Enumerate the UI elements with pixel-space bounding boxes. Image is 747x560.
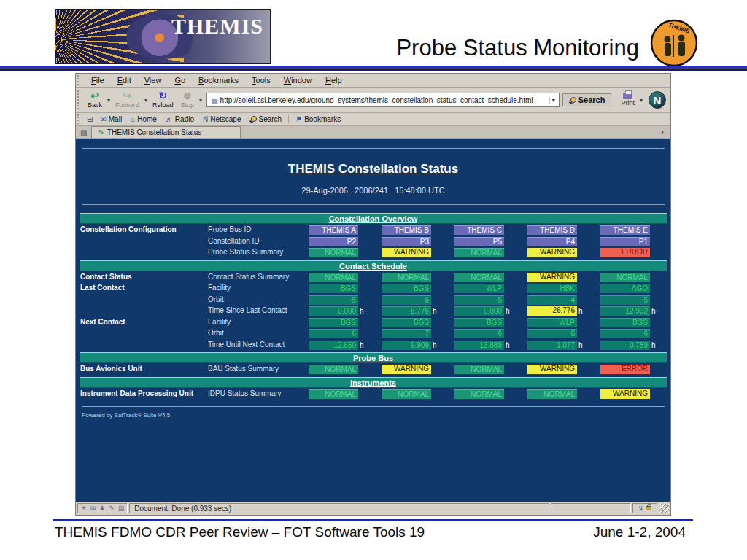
addressbook-component-icon[interactable]: ▤ [118,505,125,512]
unit-suffix: h [651,307,656,315]
forward-button[interactable]: ↪ Forward [112,90,143,109]
toolbar-item-bookmarks[interactable]: ⚑Bookmarks [291,115,345,123]
status-cell: P4 [527,237,577,246]
toolbar-item-search[interactable]: Search [245,115,286,123]
back-button[interactable]: ↩ Back [84,90,106,109]
probe-cell-column: 6 [309,329,382,338]
toolbar-item-mail[interactable]: ✉Mail [96,115,126,123]
status-cell: ERROR [600,248,650,257]
probe-cell-column: 6.776h [382,306,454,316]
section-header-link[interactable]: Instruments [80,377,667,388]
stop-button[interactable]: ⊗ Stop [177,90,198,109]
navigator-component-icon[interactable]: ✳ [81,505,87,512]
security-lock-icon[interactable] [646,506,651,510]
toolbar-item-home[interactable]: ⌂Home [126,115,161,123]
status-cell: WLP [454,284,504,293]
url-bar: ▤ ▾ [206,93,560,107]
table-row: Contact StatusContact Status SummaryNORM… [76,272,670,284]
online-plug-icon[interactable]: ↯ [638,505,644,512]
section-header-link[interactable]: Probe Bus [80,352,667,363]
composer-component-icon[interactable]: ✎ [109,505,115,512]
status-cell: 9.909 [382,341,431,350]
close-tab-icon[interactable]: × [654,128,670,136]
status-cell: HBK [527,284,577,293]
toolbar-item-radio[interactable]: ♬Radio [161,115,198,123]
section-header-link[interactable]: Constellation Overview [80,213,667,224]
menu-window[interactable]: Window [278,74,318,86]
back-label: Back [88,101,102,109]
probe-cell-column: P3 [382,237,454,246]
forward-icon: ↪ [123,90,132,101]
print-dropdown-caret[interactable]: ▾ [640,97,643,104]
print-button[interactable]: Print [617,93,638,107]
probe-cell-column: NORMAL [527,389,600,399]
row-label: IDPU Status Summary [208,389,282,397]
probe-cell-column: 6 [454,329,527,338]
status-cell: P2 [309,237,358,246]
status-cell: WARNING [382,365,431,374]
status-security-area: ↯ [632,503,657,513]
probe-cell-column: WARNING [600,389,670,399]
probe-cell-column: ERROR [600,248,670,257]
window-icon[interactable]: ⊞ [84,115,96,123]
menu-edit[interactable]: Edit [112,74,137,86]
probe-cell-column: P2 [309,237,382,246]
toolbar-item-netscape[interactable]: NNetscape [198,115,245,123]
mail-icon: ✉ [100,115,106,123]
menu-tools[interactable]: Tools [246,74,276,86]
table-row: Orbit67666 [76,328,670,340]
menu-help[interactable]: Help [320,74,348,86]
mail-component-icon[interactable]: ✉ [90,505,96,512]
toolbar-grip[interactable] [77,114,81,124]
new-tab-icon[interactable]: ▤ [76,128,91,136]
back-dropdown-caret[interactable]: ▾ [107,97,110,104]
probe-cell-column: NORMAL [309,365,382,374]
table-row: Constellation ConfigurationProbe Bus IDT… [76,225,670,236]
reload-button[interactable]: ↻ Reload [149,90,177,109]
footer-date-text: June 1-2, 2004 [593,524,686,540]
stop-dropdown-caret[interactable]: ▾ [199,97,202,104]
status-cell: NORMAL [382,389,431,399]
table-row: Constellation IDP2P3P5P4P1 [76,236,670,248]
unit-suffix: h [506,307,510,315]
status-cell: ERROR [600,365,650,374]
status-cell: BGS [309,318,358,327]
tab-themis-constellation-status[interactable]: ✎ THEMIS Constellation Status [91,126,241,138]
status-cell: 5 [309,295,358,305]
menu-view[interactable]: View [139,74,168,86]
menu-file[interactable]: File [85,74,110,86]
content-divider [82,204,665,205]
netscape-logo-icon[interactable]: N [649,91,666,109]
page-proxy-icon[interactable]: ▤ [211,96,217,104]
status-cell: WARNING [600,389,650,399]
status-cell: 6.776 [382,306,431,316]
menu-go[interactable]: Go [169,74,191,86]
menu-bookmarks[interactable]: Bookmarks [193,74,244,86]
status-cell: WARNING [527,248,577,257]
probe-cell-column: BGS [600,318,670,327]
forward-dropdown-caret[interactable]: ▾ [144,97,147,104]
toolbar-item-label: Radio [175,115,194,123]
status-cell: THEMIS D [527,225,577,235]
status-cell: NORMAL [309,273,358,282]
probe-cell-column: 12.992h [600,306,670,316]
status-cell: 12.992 [600,306,650,316]
window-resize-grip[interactable] [660,504,669,513]
section-header-link[interactable]: Contact Schedule [80,260,667,271]
personal-toolbar: ⊞ ✉Mail⌂Home♬RadioNNetscapeSearch⚑Bookma… [76,113,670,126]
row-group-label: Next Contact [80,318,125,326]
probe-cell-column: 0.000h [309,306,382,316]
back-icon: ↩ [90,90,99,101]
url-input[interactable] [220,96,549,104]
search-button[interactable]: Search [562,93,612,106]
status-cell: THEMIS E [600,225,650,235]
url-history-dropdown[interactable]: ▾ [549,97,557,104]
toolbar-grip[interactable] [77,90,81,110]
probe-cell-column: WLP [527,318,600,327]
menu-bar: FileEditViewGoBookmarksToolsWindowHelp [76,74,670,88]
instant-messenger-component-icon[interactable]: ♟ [99,505,105,512]
powered-by-text: Powered by SatTrack® Suite V4.5 [82,412,670,419]
toolbar-grip[interactable] [77,75,81,85]
page-datetime: 29-Aug-2006 2006/241 15:48:00 UTC [76,186,670,195]
probe-cell-column: 4 [527,295,600,305]
